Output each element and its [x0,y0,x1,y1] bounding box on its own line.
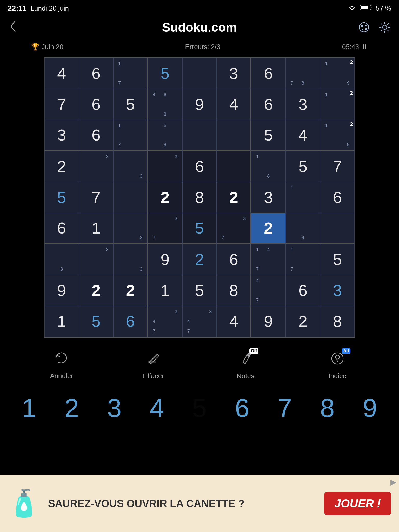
cell-r7-c1[interactable]: 2 [79,275,114,306]
cell-r5-c2[interactable]: 3 [113,213,148,244]
cell-r7-c5[interactable]: 8 [217,275,251,306]
cell-r4-c3[interactable]: 2 [148,182,182,213]
cell-r3-c5[interactable] [217,151,251,182]
numpad-btn-3[interactable]: 3 [95,393,134,423]
cell-r8-c6[interactable]: 9 [251,306,286,337]
cell-r3-c2[interactable]: 3 [113,151,148,182]
numpad-btn-1[interactable]: 1 [10,393,49,423]
cell-r4-c8[interactable]: 6 [320,182,355,213]
cell-r5-c6[interactable]: 2 [251,213,286,244]
numpad-btn-4[interactable]: 4 [137,393,176,423]
cell-r7-c8[interactable]: 3 [320,275,355,306]
cell-r2-c8[interactable]: 192 [320,120,355,151]
cell-r4-c2[interactable] [113,182,148,213]
numpad-btn-9[interactable]: 9 [350,393,389,423]
cell-r6-c3[interactable]: 9 [148,244,182,275]
cell-r1-c8[interactable]: 12 [320,89,355,120]
cell-r6-c2[interactable]: 3 [113,244,148,275]
cell-r0-c7[interactable]: 78 [286,58,320,89]
cell-r3-c6[interactable]: 18 [251,151,286,182]
cell-r0-c2[interactable]: 17 [113,58,148,89]
cell-r3-c7[interactable]: 5 [286,151,320,182]
back-button[interactable] [8,18,18,36]
cell-r8-c3[interactable]: 347 [148,306,182,337]
cell-r0-c4[interactable] [182,58,217,89]
cell-r6-c0[interactable]: 8 [44,244,79,275]
cell-r0-c0[interactable]: 4 [44,58,79,89]
notes-button[interactable]: Off Notes [225,351,266,380]
cell-r0-c1[interactable]: 6 [79,58,114,89]
cell-r2-c6[interactable]: 5 [251,120,286,151]
cell-r7-c4[interactable]: 5 [182,275,217,306]
cell-r2-c0[interactable]: 3 [44,120,79,151]
cell-r1-c2[interactable]: 5 [113,89,148,120]
cell-r5-c1[interactable]: 1 [79,213,114,244]
cell-r7-c0[interactable]: 9 [44,275,79,306]
cell-r4-c0[interactable]: 5 [44,182,79,213]
cell-r1-c4[interactable]: 9 [182,89,217,120]
cell-r4-c7[interactable]: 1 [286,182,320,213]
numpad-btn-2[interactable]: 2 [52,393,91,423]
cell-r8-c8[interactable]: 8 [320,306,355,337]
cell-r8-c1[interactable]: 5 [79,306,114,337]
cell-r3-c8[interactable]: 7 [320,151,355,182]
cell-r2-c4[interactable] [182,120,217,151]
cell-r8-c0[interactable]: 1 [44,306,79,337]
cell-r5-c3[interactable]: 37 [148,213,182,244]
numpad-btn-7[interactable]: 7 [265,393,304,423]
cell-r4-c4[interactable]: 8 [182,182,217,213]
cell-r1-c1[interactable]: 6 [79,89,114,120]
cell-r1-c7[interactable]: 3 [286,89,320,120]
cell-r8-c2[interactable]: 6 [113,306,148,337]
cell-r4-c6[interactable]: 3 [251,182,286,213]
cell-r4-c1[interactable]: 7 [79,182,114,213]
numpad-btn-6[interactable]: 6 [223,393,262,423]
cell-r3-c3[interactable]: 3 [148,151,182,182]
cell-r6-c6[interactable]: 147 [251,244,286,275]
cell-r5-c4[interactable]: 5 [182,213,217,244]
cell-r6-c8[interactable]: 5 [320,244,355,275]
ad-banner[interactable]: 🧴 SAUREZ-VOUS OUVRIR LA CANETTE ? JOUER … [0,475,399,532]
cell-r8-c5[interactable]: 4 [217,306,251,337]
settings-button[interactable] [376,18,394,36]
cell-r7-c7[interactable]: 6 [286,275,320,306]
pause-icon[interactable]: ⏸ [361,43,368,51]
undo-button[interactable]: Annuler [41,351,82,380]
cell-r1-c3[interactable]: 468 [148,89,182,120]
cell-r6-c1[interactable]: 3 [79,244,114,275]
hint-button[interactable]: Ad Indice [317,351,358,380]
theme-button[interactable] [355,18,373,36]
cell-r7-c6[interactable]: 47 [251,275,286,306]
cell-r3-c4[interactable]: 6 [182,151,217,182]
cell-r2-c1[interactable]: 6 [79,120,114,151]
cell-r2-c7[interactable]: 4 [286,120,320,151]
cell-r4-c5[interactable]: 2 [217,182,251,213]
ad-play-button[interactable]: JOUER ! [324,492,391,515]
cell-r1-c5[interactable]: 4 [217,89,251,120]
cell-r2-c2[interactable]: 17 [113,120,148,151]
cell-r5-c8[interactable] [320,213,355,244]
cell-r6-c4[interactable]: 2 [182,244,217,275]
cell-r5-c0[interactable]: 6 [44,213,79,244]
cell-r0-c8[interactable]: 192 [320,58,355,89]
cell-r8-c7[interactable]: 2 [286,306,320,337]
cell-r8-c4[interactable]: 347 [182,306,217,337]
cell-r5-c5[interactable]: 37 [217,213,251,244]
cell-r5-c7[interactable]: 8 [286,213,320,244]
cell-r7-c3[interactable]: 1 [148,275,182,306]
cell-r1-c0[interactable]: 7 [44,89,79,120]
cell-r3-c0[interactable]: 2 [44,151,79,182]
cell-r2-c5[interactable] [217,120,251,151]
cell-r2-c3[interactable]: 68 [148,120,182,151]
numpad-btn-8[interactable]: 8 [308,393,347,423]
cell-r0-c6[interactable]: 6 [251,58,286,89]
erase-button[interactable]: Effacer [133,351,174,380]
cell-r3-c1[interactable]: 3 [79,151,114,182]
cell-r7-c2[interactable]: 2 [113,275,148,306]
cell-r1-c6[interactable]: 6 [251,89,286,120]
cell-value: 5 [195,282,204,298]
cell-r6-c7[interactable]: 17 [286,244,320,275]
cell-r6-c5[interactable]: 6 [217,244,251,275]
cell-r0-c3[interactable]: 5 [148,58,182,89]
cell-r0-c5[interactable]: 3 [217,58,251,89]
